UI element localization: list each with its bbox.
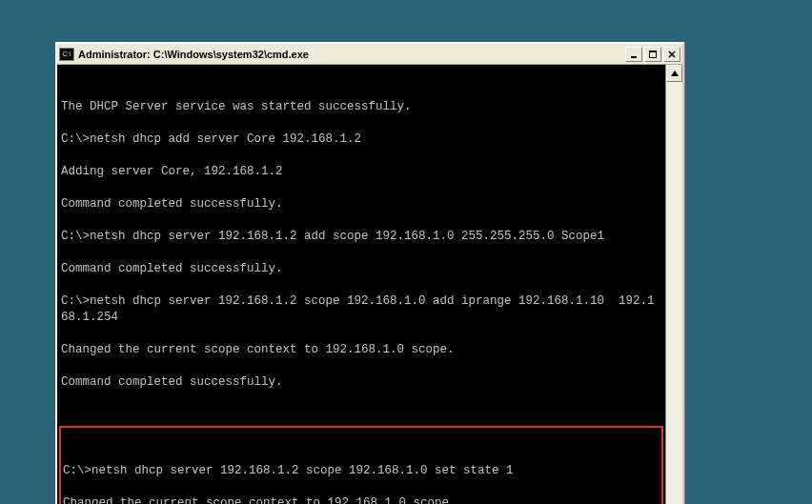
console-line: C:\>netsh dhcp server 192.168.1.2 add sc… [61, 229, 661, 245]
console-line [61, 326, 661, 342]
window-controls [625, 47, 680, 62]
svg-rect-0 [631, 56, 637, 58]
console-line [61, 115, 661, 131]
console-line: Command completed successfully. [61, 261, 661, 277]
minimize-button[interactable] [625, 47, 642, 62]
console-line [61, 180, 661, 196]
window-title: Administrator: C:\Windows\system32\cmd.e… [78, 49, 625, 60]
console-line: Changed the current scope context to 192… [63, 495, 660, 504]
vertical-scrollbar[interactable] [665, 65, 682, 504]
console-line [61, 358, 661, 374]
console-line [63, 479, 660, 495]
console-line: Command completed successfully. [61, 196, 661, 212]
console-line: Changed the current scope context to 192… [61, 342, 661, 358]
cmd-icon: C:\ [59, 48, 74, 61]
svg-marker-5 [671, 71, 679, 76]
svg-rect-2 [649, 50, 657, 52]
console-line [61, 148, 661, 164]
console-line [61, 245, 661, 261]
console-line: Adding server Core, 192.168.1.2 [61, 164, 661, 180]
scroll-track[interactable] [666, 82, 682, 504]
console-line: C:\>netsh dhcp server 192.168.1.2 scope … [63, 463, 660, 479]
maximize-button[interactable] [644, 47, 661, 62]
console-line: C:\>netsh dhcp add server Core 192.168.1… [61, 131, 661, 148]
close-button[interactable] [663, 47, 680, 62]
titlebar[interactable]: C:\ Administrator: C:\Windows\system32\c… [57, 44, 682, 65]
console-line: Command completed successfully. [61, 374, 661, 391]
console-body: The DHCP Server service was started succ… [57, 65, 682, 504]
console-line: C:\>netsh dhcp server 192.168.1.2 scope … [61, 293, 661, 326]
console-line [61, 277, 661, 293]
console-output[interactable]: The DHCP Server service was started succ… [57, 65, 665, 504]
annotation-highlight: C:\>netsh dhcp server 192.168.1.2 scope … [59, 426, 663, 504]
cmd-window: C:\ Administrator: C:\Windows\system32\c… [55, 42, 684, 504]
console-line [61, 212, 661, 229]
console-line: The DHCP Server service was started succ… [61, 99, 661, 115]
scroll-up-button[interactable] [666, 65, 682, 82]
